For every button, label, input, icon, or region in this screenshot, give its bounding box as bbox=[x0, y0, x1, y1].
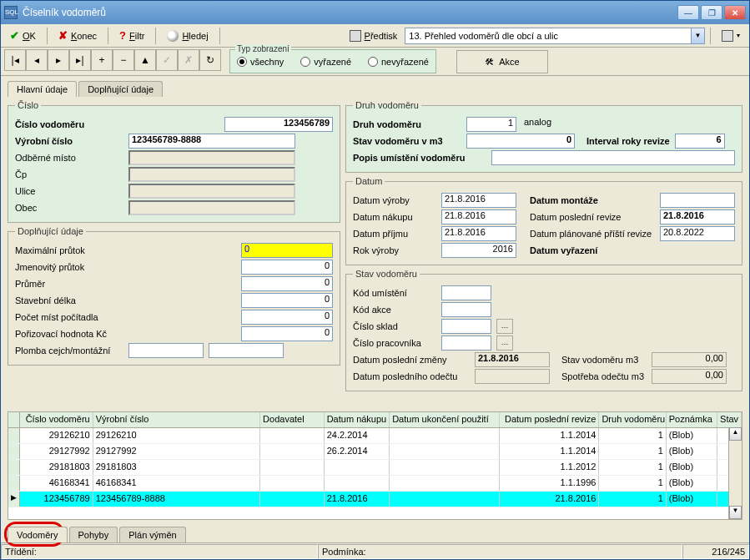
nav-last[interactable]: ▸| bbox=[69, 49, 91, 71]
close-button[interactable]: ✕ bbox=[724, 5, 746, 20]
filtr-button[interactable]: ?Filtr bbox=[113, 27, 150, 45]
nav-cancel[interactable]: ✗ bbox=[178, 49, 199, 71]
nav-edit[interactable]: ▲ bbox=[134, 49, 156, 71]
scroll-down[interactable]: ▼ bbox=[729, 506, 742, 519]
inp-stav-m3[interactable]: 0 bbox=[466, 134, 575, 149]
main-toolbar: ✔OOKK ✘Konec ?Filtr Hledej Předtisk 13. … bbox=[1, 24, 749, 48]
typ-legend: Typ zobrazení bbox=[235, 44, 291, 53]
konec-button[interactable]: ✘Konec bbox=[53, 27, 103, 45]
radio-vyrazene[interactable]: vyřazené bbox=[300, 57, 351, 67]
grid-header: Číslo vodoměru Výrobní číslo Dodavatel D… bbox=[8, 412, 742, 428]
window-title: Číselník vodoměrů bbox=[23, 7, 677, 18]
col-datum-nakupu[interactable]: Datum nákupu bbox=[325, 412, 390, 427]
inp-odberne-misto bbox=[128, 150, 295, 165]
dopln-legend: Doplňující údaje bbox=[15, 226, 86, 236]
lbl-jmen-prutok: Jmenovitý průtok bbox=[15, 262, 123, 272]
nav-commit[interactable]: ✓ bbox=[156, 49, 178, 71]
tab-doplnujici-udaje[interactable]: Doplňující údaje bbox=[78, 81, 163, 97]
tab-pohyby[interactable]: Pohyby bbox=[69, 527, 118, 542]
nav-next[interactable]: ▸ bbox=[48, 49, 69, 71]
nav-prev[interactable]: ◂ bbox=[26, 49, 48, 71]
grid-body[interactable]: 291262102912621024.2.20141.1.20141(Blob)… bbox=[8, 428, 742, 507]
inp-interval[interactable]: 6 bbox=[675, 134, 725, 149]
data-grid[interactable]: Číslo vodoměru Výrobní číslo Dodavatel D… bbox=[8, 411, 742, 520]
inp-max-prutok[interactable]: 0 bbox=[241, 243, 333, 258]
inp-cislo-vodomeru[interactable]: 123456789 bbox=[224, 117, 333, 132]
lbl-kod-akce: Kód akce bbox=[353, 305, 436, 315]
inp-datum-nakupu[interactable]: 21.8.2016 bbox=[441, 209, 516, 225]
inp-datum-odectu bbox=[475, 369, 550, 384]
nav-refresh[interactable]: ↻ bbox=[199, 49, 221, 71]
inp-plomba-1[interactable] bbox=[128, 343, 204, 358]
col-datum-posledni-revize[interactable]: Datum poslední revize bbox=[500, 412, 599, 427]
inp-vyrobni-cislo[interactable]: 123456789-8888 bbox=[128, 134, 295, 149]
table-row[interactable]: 29181803291818031.1.20121(Blob) bbox=[8, 460, 742, 476]
inp-rok-vyroby[interactable]: 2016 bbox=[441, 243, 516, 258]
inp-prumer[interactable]: 0 bbox=[241, 276, 333, 291]
tab-vodomery[interactable]: Vodoměry bbox=[8, 527, 68, 542]
inp-datum-prijmu[interactable]: 21.8.2016 bbox=[441, 226, 516, 241]
lbl-plomba: Plomba cejch/montážní bbox=[15, 346, 123, 356]
cislo-legend: Číslo bbox=[15, 100, 41, 110]
inp-datum-plan[interactable]: 20.8.2022 bbox=[660, 226, 735, 241]
table-row[interactable]: 291279922912799226.2.20141.1.20141(Blob) bbox=[8, 444, 742, 460]
table-row[interactable]: 46168341461683411.1.19961(Blob) bbox=[8, 476, 742, 492]
inp-obec bbox=[128, 200, 295, 215]
inp-datum-posledni[interactable]: 21.8.2016 bbox=[660, 209, 735, 225]
inp-poriz[interactable]: 0 bbox=[241, 326, 333, 341]
inp-druh-id[interactable]: 1 bbox=[466, 117, 516, 132]
inp-kod-umisteni[interactable] bbox=[441, 285, 491, 300]
lbl-rok-vyroby: Rok výroby bbox=[353, 245, 436, 255]
scroll-up[interactable]: ▲ bbox=[729, 427, 742, 441]
inp-stav-delka[interactable]: 0 bbox=[241, 293, 333, 308]
nav-row: |◂ ◂ ▸ ▸| + − ▲ ✓ ✗ ↻ Typ zobrazení všec… bbox=[1, 48, 749, 76]
btn-pracovnik-lookup[interactable]: … bbox=[496, 335, 513, 351]
radio-nevyrazene[interactable]: nevyřazené bbox=[368, 57, 429, 67]
akce-button[interactable]: 🛠Akce bbox=[456, 50, 548, 73]
inp-datum-vyroby[interactable]: 21.8.2016 bbox=[441, 193, 516, 208]
col-poznamka[interactable]: Poznámka bbox=[667, 412, 717, 427]
nav-first[interactable]: |◂ bbox=[4, 49, 26, 71]
lbl-cislo-sklad: Číslo sklad bbox=[353, 321, 436, 331]
col-datum-ukonceni[interactable]: Datum ukončení použití bbox=[390, 412, 500, 427]
txt-druh-name: analog bbox=[521, 117, 735, 132]
table-row[interactable]: ▶123456789123456789-888821.8.201621.8.20… bbox=[8, 492, 742, 507]
vertical-scrollbar[interactable]: ▲ ▼ bbox=[728, 427, 742, 519]
inp-jmen-prutok[interactable]: 0 bbox=[241, 260, 333, 275]
inp-datum-montaze[interactable] bbox=[660, 193, 735, 208]
col-druh-vodomeru[interactable]: Druh vodoměru bbox=[599, 412, 666, 427]
inp-popis[interactable] bbox=[491, 150, 735, 165]
tab-hlavni-udaje[interactable]: Hlavní údaje bbox=[8, 81, 77, 97]
status-counter: 216/245 bbox=[682, 544, 749, 559]
minimize-button[interactable]: — bbox=[677, 5, 699, 20]
inp-cislo-sklad[interactable] bbox=[441, 319, 491, 334]
col-cislo-vodomeru[interactable]: Číslo vodoměru bbox=[20, 412, 93, 427]
lbl-vyrobni-cislo: Výrobní číslo bbox=[15, 136, 123, 146]
chevron-down-icon[interactable]: ▼ bbox=[691, 28, 704, 43]
inp-plomba-2[interactable] bbox=[209, 343, 284, 358]
tab-plan-vymen[interactable]: Plán výměn bbox=[119, 527, 185, 542]
inp-pocet-mist[interactable]: 0 bbox=[241, 310, 333, 325]
inp-cislo-pracovnika[interactable] bbox=[441, 335, 491, 351]
inp-kod-akce[interactable] bbox=[441, 302, 491, 317]
predtisk-button[interactable]: Předtisk bbox=[344, 27, 404, 45]
inp-stav-vodomeru-m3: 0,00 bbox=[652, 352, 727, 367]
radio-vsechny[interactable]: všechny bbox=[237, 57, 284, 67]
predtisk-combo[interactable]: 13. Přehled vodoměrů dle obcí a ulic ▼ bbox=[405, 28, 705, 44]
nav-del[interactable]: − bbox=[113, 49, 134, 71]
nav-add[interactable]: + bbox=[91, 49, 113, 71]
hledej-button[interactable]: Hledej bbox=[161, 27, 214, 45]
col-vyrobni-cislo[interactable]: Výrobní číslo bbox=[93, 412, 260, 427]
status-bar: Třídění: Podmínka: 216/245 bbox=[1, 542, 749, 559]
btn-sklad-lookup[interactable]: … bbox=[496, 319, 513, 334]
print-button[interactable]: ▾ bbox=[716, 27, 746, 45]
lbl-prumer: Průměr bbox=[15, 279, 123, 289]
ok-button[interactable]: ✔OOKK bbox=[4, 27, 42, 45]
lbl-stav-delka: Stavební délka bbox=[15, 295, 123, 305]
col-dodavatel[interactable]: Dodavatel bbox=[260, 412, 325, 427]
lbl-datum-odectu: Datum posledního odečtu bbox=[353, 371, 470, 381]
lbl-cislo-pracovnika: Číslo pracovníka bbox=[353, 338, 436, 348]
maximize-button[interactable]: ❐ bbox=[701, 5, 722, 20]
col-stav[interactable]: Stav bbox=[717, 412, 742, 427]
table-row[interactable]: 291262102912621024.2.20141.1.20141(Blob) bbox=[8, 428, 742, 444]
